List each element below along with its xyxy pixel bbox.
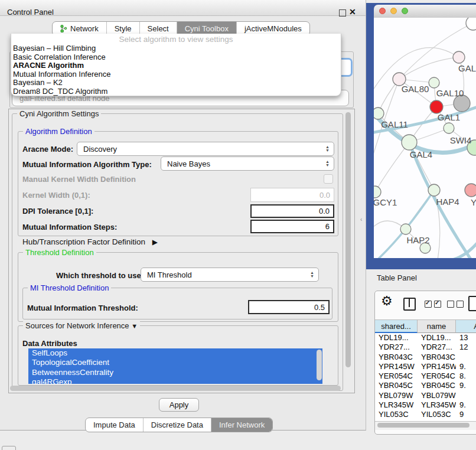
node-label: HAP2 <box>406 235 429 245</box>
table-row[interactable]: YBR045CYBR045C9. <box>375 381 476 390</box>
kernel-width-label: Kernel Width (0,1): <box>22 191 90 200</box>
table-row[interactable]: YBL079WYBL079W <box>375 391 476 400</box>
dpi-tolerance-field[interactable]: 0.0 <box>250 204 334 218</box>
attribute-item[interactable]: gal4RGexp <box>28 377 322 384</box>
attribute-item[interactable]: BetweennessCentrality <box>28 368 322 377</box>
algorithm-option[interactable]: Dream8 DC_TDC Algorithm <box>11 87 341 96</box>
network-node-gal4[interactable] <box>402 135 417 150</box>
panel-sash-icon[interactable]: ‹ <box>360 216 362 223</box>
apply-button[interactable]: Apply <box>159 398 199 412</box>
network-icon <box>60 25 67 32</box>
control-panel-title: Control Panel <box>7 5 54 19</box>
deselect-all-columns-icon[interactable] <box>447 301 464 308</box>
table-cell: YDL19... <box>375 333 418 343</box>
collapse-down-icon: ▼ <box>131 322 138 330</box>
network-node-gal1[interactable] <box>430 100 443 113</box>
column-header-1[interactable]: shared... <box>375 319 418 333</box>
network-node-gal10[interactable] <box>429 77 439 88</box>
table-cell: 12 <box>456 343 476 352</box>
algorithm-option[interactable]: Bayesian – K2 <box>11 79 341 87</box>
data-attributes-list: SelfLoopsTopologicalCoefficientBetweenne… <box>28 348 322 384</box>
table-cell: YER054C <box>418 371 456 381</box>
network-node[interactable] <box>466 18 476 30</box>
table-row[interactable]: YPR145WYPR145W9. <box>375 362 476 371</box>
column-layout-icon[interactable] <box>403 298 416 311</box>
table-row[interactable]: YER054CYER054C8. <box>375 371 476 381</box>
node-label: GAL <box>458 63 476 73</box>
algorithm-dropdown-list: Select algorithm to view settings Bayesi… <box>11 34 341 96</box>
aracne-mode-combo[interactable]: Discovery ▲▼ <box>77 142 334 156</box>
mi-threshold-group-title: MI Threshold Definition <box>28 283 111 292</box>
new-table-icon[interactable] <box>468 296 476 311</box>
table-cell: 8. <box>456 371 476 381</box>
table-cell: YBR045C <box>418 381 456 390</box>
table-cell: YIL053C <box>418 410 456 419</box>
mi-steps-label: Mutual Information Steps: <box>22 223 117 231</box>
close-icon[interactable]: ✕ <box>349 6 356 17</box>
algorithm-option[interactable]: ARACNE Algorithm <box>11 61 341 70</box>
network-node-gal[interactable] <box>453 51 465 63</box>
mi-threshold-field[interactable]: 0.5 <box>248 300 330 314</box>
table-row[interactable]: YBR043CYBR043C <box>375 353 476 362</box>
network-node-y[interactable] <box>465 184 476 197</box>
column-header-2[interactable]: name <box>418 319 456 333</box>
network-node-swi4[interactable] <box>444 123 454 133</box>
network-node-hap2[interactable] <box>400 224 411 234</box>
stepper-arrows-icon: ▲▼ <box>325 145 330 152</box>
mi-algorithm-type-combo[interactable]: Naive Bayes ▲▼ <box>161 156 334 171</box>
algorithm-definition-title: Algorithm Definition <box>23 127 94 136</box>
settings-horizontal-scrollbar[interactable] <box>10 386 341 391</box>
table-cell: 9. <box>456 362 476 371</box>
network-edge[interactable] <box>399 57 459 79</box>
table-panel-card: ⚙ shared...nameA YDL19...YDL19...13YDR27… <box>374 291 476 435</box>
table-cell: YDL19... <box>418 333 456 343</box>
algorithm-option[interactable]: Mutual Information Inference <box>11 70 341 79</box>
mi-steps-field[interactable]: 6 <box>250 220 334 233</box>
network-view-canvas[interactable]: GALGAL80GAL10GAL1GAL11SWI4GAL4GCY1HAP4YH… <box>374 18 476 258</box>
algorithm-option[interactable]: Basic Correlation Inference <box>11 53 341 62</box>
node-label: GAL10 <box>436 88 464 98</box>
tab-discretize-data[interactable]: Discretize Data <box>143 418 211 432</box>
network-edge[interactable] <box>375 142 409 192</box>
tab-impute-data[interactable]: Impute Data <box>86 418 143 432</box>
which-threshold-combo[interactable]: MI Threshold ▲▼ <box>141 268 319 282</box>
table-row[interactable]: YIL053CYIL053C9 <box>375 410 476 419</box>
network-node-gcy1[interactable] <box>374 186 381 198</box>
network-node-gal11[interactable] <box>374 107 384 119</box>
network-node-hap4[interactable] <box>428 184 440 196</box>
settings-vertical-scrollbar[interactable] <box>345 112 351 367</box>
control-panel-titlebar <box>0 0 366 16</box>
table-horizontal-scrollbar-track <box>375 421 476 430</box>
attributes-scrollbar[interactable] <box>317 350 322 380</box>
window-close-icon[interactable] <box>379 8 386 14</box>
tab-infer-network[interactable]: Infer Network <box>211 418 272 432</box>
table-horizontal-scrollbar[interactable] <box>377 423 470 428</box>
sources-group-title[interactable]: Sources for Network Inference ▼ <box>23 321 140 331</box>
table-cell <box>456 391 476 400</box>
minimized-panel-button[interactable] <box>2 446 16 450</box>
table-cell: 9. <box>456 400 476 410</box>
table-cell: YPR145W <box>375 362 418 371</box>
table-row[interactable]: YLR345WYLR345W9. <box>375 400 476 410</box>
node-label: GAL1 <box>438 112 460 122</box>
window-minimize-icon[interactable] <box>390 8 397 14</box>
table-row[interactable]: YDR27...YDR27...12 <box>375 343 476 352</box>
manual-kernel-width-checkbox[interactable] <box>324 174 333 184</box>
network-window-titlebar <box>374 5 476 18</box>
select-all-columns-icon[interactable] <box>425 301 441 308</box>
table-cell: YLR345W <box>418 400 456 410</box>
hub-definition-toggle[interactable]: Hub/Transcription Factor Definition ▶ <box>22 237 158 246</box>
algorithm-option[interactable]: Bayesian – Hill Climbing <box>11 44 341 53</box>
table-row[interactable]: YDL19...YDL19...13 <box>375 333 476 343</box>
table-cell: 9. <box>456 381 476 390</box>
table-cell: YBL079W <box>418 391 456 400</box>
float-window-icon[interactable] <box>339 9 346 17</box>
threshold-definition-title: Threshold Definition <box>23 248 96 257</box>
kernel-width-field[interactable]: 0.0 <box>250 188 334 202</box>
kernel-width-value: 0.0 <box>319 191 330 200</box>
window-zoom-icon[interactable] <box>402 8 408 14</box>
column-header-3[interactable]: A <box>456 319 476 333</box>
gear-icon[interactable]: ⚙ <box>381 294 393 309</box>
attribute-item[interactable]: SelfLoops <box>28 348 322 358</box>
attribute-item[interactable]: TopologicalCoefficient <box>28 358 322 367</box>
